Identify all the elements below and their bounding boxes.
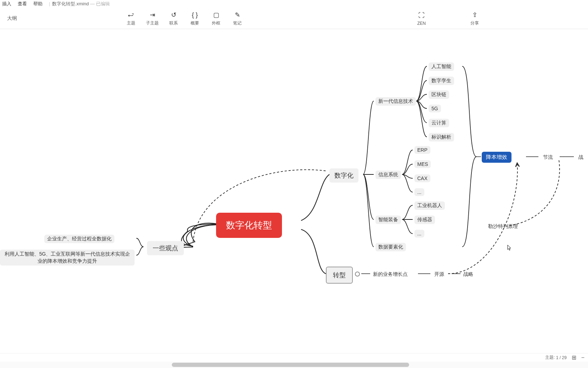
node-zhan[interactable]: 战 [576, 153, 586, 162]
node-s3[interactable]: CAX [414, 174, 430, 182]
node-newtech[interactable]: 新一代信息技术 [375, 97, 416, 106]
menu-help[interactable]: 帮助 [33, 1, 43, 7]
menu-view[interactable]: 查看 [18, 1, 27, 7]
node-dataelem[interactable]: 数据要素化 [375, 243, 406, 251]
collapse-toggle[interactable] [355, 272, 360, 277]
subtopic-icon: ⇥ [142, 10, 163, 19]
node-s2[interactable]: MES [414, 160, 431, 168]
file-name: 数字化转型.xmind [52, 1, 89, 7]
tool-boundary[interactable]: ▢外框 [205, 10, 227, 26]
node-t2[interactable]: 数字孪生 [429, 77, 454, 85]
tool-relation[interactable]: ↺联系 [163, 10, 184, 26]
node-transform[interactable]: 转型 [326, 267, 353, 284]
tool-zen[interactable]: ⛶ZEN [411, 11, 432, 26]
node-e3[interactable]: ... [414, 230, 424, 238]
node-t6[interactable]: 标识解析 [429, 133, 454, 141]
topic-icon: ⮐ [120, 10, 142, 19]
node-zhanlue[interactable]: 战略 [460, 270, 476, 279]
scrollbar-thumb[interactable] [172, 363, 409, 367]
cursor-icon [507, 245, 511, 251]
file-state: — 已编辑 [90, 1, 110, 7]
node-t5[interactable]: 云计算 [429, 119, 449, 127]
scrollbar-horizontal[interactable] [0, 362, 588, 368]
menu-insert[interactable]: 插入 [2, 1, 11, 7]
node-s1[interactable]: ERP [414, 146, 430, 154]
node-e2[interactable]: 传感器 [414, 216, 435, 224]
separator: | [49, 1, 50, 6]
statusbar: 主题: 1 / 29 ⊞ − [0, 353, 588, 362]
status-topic: 主题: 1 / 29 [545, 355, 567, 361]
menubar: 插入 查看 帮助 | 数字化转型.xmind — 已编辑 [0, 0, 588, 8]
boundary-icon: ▢ [205, 10, 227, 19]
outline-tab[interactable]: 大纲 [7, 15, 17, 22]
map-icon[interactable]: ⊞ [572, 354, 576, 361]
tool-subtopic[interactable]: ⇥子主题 [142, 10, 163, 26]
node-newbiz[interactable]: 新的业务增长点 [370, 270, 411, 279]
node-digital[interactable]: 数字化 [329, 168, 358, 183]
toolbar: 大纲 ⮐主题 ⇥子主题 ↺联系 { }概要 ▢外框 ✎笔记 ⛶ZEN ⇪分享 [0, 8, 588, 29]
node-s4[interactable]: ... [414, 188, 424, 196]
node-root[interactable]: 数字化转型 [216, 213, 282, 238]
canvas[interactable]: 数字化转型 一些观点 企业生产、经营过程全数据化 利用人工智能、5G、工业互联网… [0, 29, 588, 354]
tool-note[interactable]: ✎笔记 [227, 10, 248, 26]
share-icon: ⇪ [464, 10, 485, 19]
tool-topic[interactable]: ⮐主题 [120, 10, 142, 26]
node-principle[interactable]: 勒沙特列原理 [485, 222, 521, 231]
node-t4[interactable]: 5G [429, 105, 441, 112]
node-v1[interactable]: 企业生产、经营过程全数据化 [44, 235, 114, 243]
note-icon: ✎ [227, 10, 248, 19]
node-t3[interactable]: 区块链 [429, 90, 449, 99]
relation-icon: ↺ [163, 10, 184, 19]
node-infosys[interactable]: 信息系统 [375, 171, 401, 179]
summary-icon: { } [184, 10, 205, 19]
node-cost[interactable]: 降本增效 [482, 152, 511, 163]
node-smarteq[interactable]: 智能装备 [375, 216, 401, 224]
zen-icon: ⛶ [411, 11, 432, 20]
tool-share[interactable]: ⇪分享 [464, 10, 485, 26]
node-e1[interactable]: 工业机器人 [414, 201, 445, 210]
node-t1[interactable]: 人工智能 [429, 62, 454, 71]
node-kaiyuan[interactable]: 开源 [431, 270, 447, 279]
node-v2[interactable]: 利用人工智能、5G、工业互联网等新一代信息技术实现企业的降本增效和竞争力提升 [0, 250, 135, 266]
zoom-out[interactable]: − [581, 355, 584, 361]
tool-summary[interactable]: { }概要 [184, 10, 205, 26]
node-jieliu[interactable]: 节流 [540, 153, 556, 162]
node-views[interactable]: 一些观点 [147, 241, 184, 255]
